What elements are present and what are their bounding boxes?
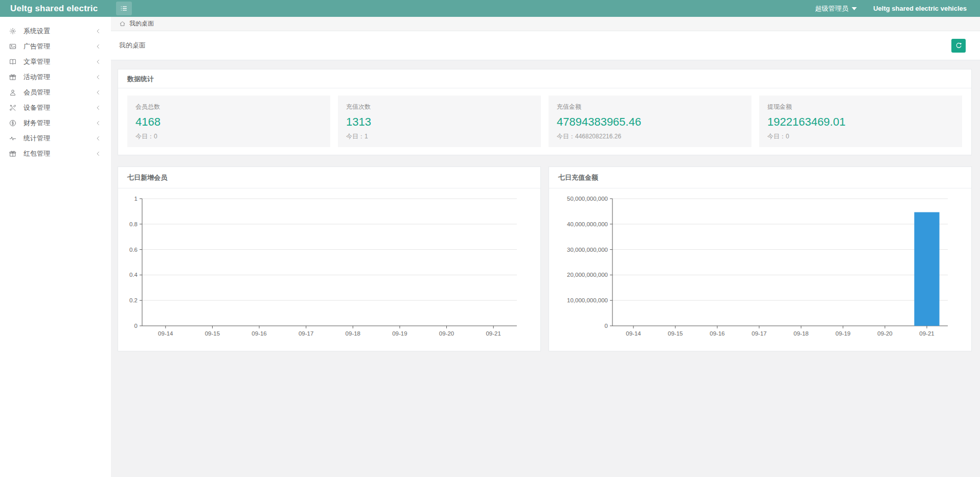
sidebar-item-system-settings[interactable]: 系统设置 — [0, 23, 111, 39]
stat-card-value: 47894383965.46 — [557, 115, 743, 129]
breadcrumb[interactable]: 我的桌面 — [111, 17, 980, 31]
stat-card-value: 1922163469.01 — [767, 115, 954, 129]
chevron-left-icon — [95, 135, 102, 142]
y-tick-label: 50,000,000,000 — [567, 196, 608, 202]
chevron-left-icon — [95, 28, 102, 35]
top-header: Ueltg shared electric 超级管理员 Ueltg shared… — [0, 0, 980, 17]
y-tick-label: 30,000,000,000 — [567, 247, 608, 253]
stat-card-today: 今日：1 — [346, 132, 533, 141]
tools-icon — [9, 104, 17, 112]
refresh-button[interactable] — [951, 39, 966, 53]
y-tick-label: 1 — [134, 196, 138, 202]
breadcrumb-label: 我的桌面 — [129, 19, 154, 28]
x-tick-label: 09-15 — [205, 330, 220, 337]
sidebar-item-label: 财务管理 — [24, 118, 95, 128]
x-tick-label: 09-20 — [439, 330, 454, 337]
x-tick-label: 09-14 — [158, 330, 173, 337]
sidebar-menu: 系统设置广告管理文章管理活动管理会员管理设备管理财务管理统计管理红包管理 — [0, 23, 111, 161]
chart-title-recharge-amount: 七日充值金额 — [549, 167, 971, 188]
chevron-left-icon — [95, 43, 102, 50]
chart-panel-new-members: 七日新增会员 00.20.40.60.8109-1409-1509-1609-1… — [118, 166, 541, 351]
x-tick-label: 09-16 — [252, 330, 266, 337]
stat-card-label: 充值次数 — [346, 103, 533, 111]
chevron-left-icon — [95, 150, 102, 157]
sidebar-item-label: 广告管理 — [24, 42, 95, 51]
x-tick-label: 09-18 — [793, 330, 808, 337]
desk-panel-header: 我的桌面 — [111, 31, 980, 60]
header-right: 超级管理员 Ueltg shared electric vehicles — [815, 4, 980, 13]
sidebar: 系统设置广告管理文章管理活动管理会员管理设备管理财务管理统计管理红包管理 — [0, 17, 111, 477]
pulse-icon — [9, 134, 17, 142]
x-tick-label: 09-19 — [392, 330, 407, 337]
page: { "colors": { "header_bg": "#5da79e", "a… — [0, 0, 980, 477]
stat-card-value: 4168 — [135, 115, 322, 129]
sidebar-item-statistics-management[interactable]: 统计管理 — [0, 131, 111, 146]
hamburger-list-icon — [120, 4, 128, 13]
gift-icon — [9, 73, 17, 81]
stat-card-label: 充值金额 — [557, 103, 743, 111]
sidebar-item-ad-management[interactable]: 广告管理 — [0, 39, 111, 54]
chevron-left-icon — [95, 89, 102, 96]
image-icon — [9, 42, 17, 51]
sidebar-item-red-packet-management[interactable]: 红包管理 — [0, 146, 111, 161]
red-packet-icon — [9, 150, 17, 158]
stat-card-total-members: 会员总数4168今日：0 — [127, 96, 330, 147]
charts-row: 七日新增会员 00.20.40.60.8109-1409-1509-1609-1… — [118, 166, 972, 351]
stats-panel-title: 数据统计 — [118, 69, 971, 88]
y-tick-label: 10,000,000,000 — [567, 297, 608, 303]
sidebar-item-label: 红包管理 — [24, 149, 95, 158]
caret-down-icon — [852, 7, 857, 10]
user-icon — [9, 88, 17, 97]
chevron-left-icon — [95, 104, 102, 111]
user-role-dropdown[interactable]: 超级管理员 — [815, 4, 857, 13]
stats-panel: 数据统计 会员总数4168今日：0充值次数1313今日：1充值金额4789438… — [118, 69, 972, 155]
stat-card-value: 1313 — [346, 115, 533, 129]
y-tick-label: 20,000,000,000 — [567, 272, 608, 278]
x-tick-label: 09-16 — [710, 330, 724, 337]
stat-card-recharge-count: 充值次数1313今日：1 — [338, 96, 541, 147]
home-icon — [119, 20, 126, 27]
refresh-icon — [955, 42, 963, 50]
bar — [914, 212, 939, 326]
sidebar-item-finance-management[interactable]: 财务管理 — [0, 115, 111, 131]
sidebar-item-article-management[interactable]: 文章管理 — [0, 54, 111, 69]
chart-title-new-members: 七日新增会员 — [118, 167, 540, 188]
book-icon — [9, 58, 17, 66]
sidebar-item-device-management[interactable]: 设备管理 — [0, 100, 111, 115]
sidebar-item-member-management[interactable]: 会员管理 — [0, 85, 111, 100]
x-tick-label: 09-21 — [486, 330, 500, 337]
y-tick-label: 0.6 — [129, 247, 138, 253]
x-tick-label: 09-17 — [751, 330, 766, 337]
chart-panel-recharge-amount: 七日充值金额 010,000,000,00020,000,000,00030,0… — [549, 166, 972, 351]
y-tick-label: 0.8 — [129, 221, 138, 227]
y-tick-label: 0 — [605, 323, 608, 329]
sidebar-item-activity-management[interactable]: 活动管理 — [0, 69, 111, 85]
app-title: Ueltg shared electric — [0, 4, 111, 14]
stat-card-today: 今日：0 — [767, 132, 954, 141]
gear-icon — [9, 27, 17, 35]
dollar-icon — [9, 119, 17, 127]
sidebar-item-label: 设备管理 — [24, 103, 95, 112]
x-tick-label: 09-18 — [346, 330, 360, 337]
stat-card-today: 今日：0 — [135, 132, 322, 141]
y-tick-label: 0.4 — [129, 272, 138, 278]
stat-card-label: 提现金额 — [767, 103, 954, 111]
y-tick-label: 40,000,000,000 — [567, 221, 608, 227]
sidebar-item-label: 文章管理 — [24, 57, 95, 66]
user-role-label: 超级管理员 — [815, 4, 848, 13]
y-tick-label: 0.2 — [129, 297, 138, 303]
main-content: 我的桌面 我的桌面 数据统计 会员总数4168今日：0充值次数1313今日：1充… — [111, 17, 980, 477]
x-tick-label: 09-20 — [877, 330, 892, 337]
sidebar-toggle-button[interactable] — [116, 2, 132, 15]
chevron-left-icon — [95, 120, 102, 127]
sidebar-item-label: 统计管理 — [24, 134, 95, 143]
x-tick-label: 09-15 — [668, 330, 682, 337]
sidebar-item-label: 系统设置 — [24, 27, 95, 36]
y-tick-label: 0 — [134, 323, 138, 329]
chart-bar-recharge-amount: 010,000,000,00020,000,000,00030,000,000,… — [549, 188, 970, 351]
chart-line-new-members: 00.20.40.60.8109-1409-1509-1609-1709-180… — [118, 188, 539, 351]
stat-card-today: 今日：44682082216.26 — [557, 132, 743, 141]
x-tick-label: 09-14 — [626, 330, 641, 337]
stat-card-recharge-amount: 充值金额47894383965.46今日：44682082216.26 — [549, 96, 751, 147]
sidebar-item-label: 会员管理 — [24, 88, 95, 97]
